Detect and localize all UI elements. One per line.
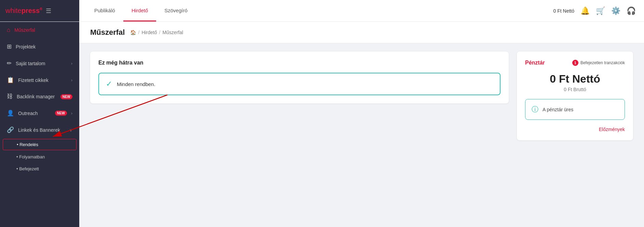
right-panel: Pénztár 1 Befejezetlen tranzakciók 0 Ft … — [517, 52, 633, 219]
breadcrumb: 🏠 / Hirdető / Műszerfal — [130, 30, 183, 35]
logo-text: whitepress® — [5, 7, 42, 15]
page-title: Műszerfal — [90, 28, 125, 37]
tab-szovegiro[interactable]: Szövegíró — [156, 0, 196, 22]
status-text: Minden rendben. — [117, 81, 155, 87]
sidebar-item-muszerfal[interactable]: ⌂ Műszerfal — [0, 22, 79, 38]
home-icon: ⌂ — [7, 27, 10, 33]
chevron-icon-3: › — [71, 111, 72, 116]
settings-icon[interactable]: ⚙️ — [611, 6, 620, 15]
penztar-header: Pénztár 1 Befejezetlen tranzakciók — [525, 60, 625, 66]
sidebar: ⌂ Műszerfal ⊞ Projektek ✏ Saját tartalom… — [0, 22, 79, 227]
document-icon: 📋 — [7, 76, 14, 84]
edit-icon: ✏ — [7, 60, 12, 67]
check-circle-icon: ✓ — [106, 80, 112, 88]
chevron-icon-2: › — [71, 78, 72, 83]
status-box: ✓ Minden rendben. — [98, 73, 501, 95]
todo-card-title: Ez még hátra van — [98, 60, 501, 66]
penztar-title: Pénztár — [525, 60, 545, 66]
sidebar-subitem-befejezett[interactable]: • Befejezett — [0, 163, 79, 175]
nav-tabs: Publikáló Hirdető Szövegíró — [79, 0, 553, 22]
penztar-card: Pénztár 1 Befejezetlen tranzakciók 0 Ft … — [517, 52, 633, 140]
incomplete-count: 1 — [572, 60, 578, 66]
sidebar-label-fizetett-cikkek: Fizetett cikkek — [18, 77, 67, 83]
tab-hirdeto[interactable]: Hirdető — [123, 0, 156, 22]
inner-content: Ez még hátra van ✓ Minden rendben. Pénzt… — [79, 43, 644, 227]
breadcrumb-sep-1: / — [138, 30, 139, 35]
sidebar-label-backlink-manager: Backlink manager — [17, 94, 55, 99]
outreach-icon: 👤 — [7, 110, 14, 117]
amount-main: 0 Ft Nettó — [525, 73, 625, 85]
info-icon: ⓘ — [532, 105, 538, 114]
balance-display: 0 Ft Nettó — [553, 8, 574, 14]
todo-card: Ez még hátra van ✓ Minden rendben. — [90, 52, 509, 103]
badge-new-outreach: NEW — [55, 111, 67, 116]
incomplete-label: Befejezetlen tranzakciók — [580, 60, 625, 65]
breadcrumb-sep-2: / — [159, 30, 161, 35]
subitem-label-rendeles: • Rendelés — [17, 142, 38, 147]
sidebar-label-projektek: Projektek — [16, 44, 72, 49]
main-layout: ⌂ Műszerfal ⊞ Projektek ✏ Saját tartalom… — [0, 22, 644, 227]
subitem-label-befejezett: • Befejezett — [16, 166, 39, 171]
hamburger-icon[interactable]: ☰ — [46, 7, 51, 15]
history-link[interactable]: Előzmények — [525, 127, 625, 132]
info-box: ⓘ A pénztár üres — [525, 99, 625, 120]
breadcrumb-home-icon: 🏠 — [130, 30, 136, 35]
chevron-icon: › — [71, 61, 72, 66]
amount-sub: 0 Ft Bruttó — [525, 87, 625, 92]
link-icon: ⛓ — [7, 93, 13, 100]
badge-new-backlink: NEW — [60, 94, 72, 99]
sidebar-item-sajat-tartalom[interactable]: ✏ Saját tartalom › — [0, 55, 79, 72]
sidebar-item-projektek[interactable]: ⊞ Projektek — [0, 38, 79, 55]
sidebar-item-outreach[interactable]: 👤 Outreach NEW › — [0, 105, 79, 122]
links-icon: 🔗 — [7, 126, 14, 133]
sidebar-subitem-folyamatban[interactable]: • Folyamatban — [0, 151, 79, 163]
tab-publikaló[interactable]: Publikáló — [86, 0, 123, 22]
subitem-label-folyamatban: • Folyamatban — [16, 154, 45, 159]
nav-right: 0 Ft Nettó 🔔 🛒 ⚙️ 🎧 — [553, 6, 644, 15]
breadcrumb-hirdeto: Hirdető — [141, 30, 157, 35]
chevron-down-icon: ∨ — [69, 128, 72, 132]
incomplete-transactions: 1 Befejezetlen tranzakciók — [572, 60, 625, 66]
sidebar-label-muszerfal: Műszerfal — [14, 27, 72, 33]
logo-area: whitepress® ☰ — [0, 0, 79, 22]
headset-icon[interactable]: 🎧 — [627, 6, 636, 15]
logo-reg: ® — [40, 7, 42, 11]
content-area: Műszerfal 🏠 / Hirdető / Műszerfal Ez még… — [79, 22, 644, 227]
sidebar-subitem-rendeles[interactable]: • Rendelés — [3, 139, 77, 150]
page-header: Műszerfal 🏠 / Hirdető / Műszerfal — [79, 22, 644, 43]
notification-icon[interactable]: 🔔 — [580, 6, 590, 15]
sidebar-item-backlink-manager[interactable]: ⛓ Backlink manager NEW — [0, 88, 79, 105]
sidebar-label-linkek-bannerek: Linkek és Bannerek — [18, 127, 65, 133]
sidebar-item-linkek-bannerek[interactable]: 🔗 Linkek és Bannerek ∨ — [0, 122, 79, 138]
info-text: A pénztár üres — [543, 107, 573, 112]
sidebar-item-fizetett-cikkek[interactable]: 📋 Fizetett cikkek › — [0, 72, 79, 88]
sidebar-label-sajat-tartalom: Saját tartalom — [16, 61, 67, 66]
top-navigation: whitepress® ☰ Publikáló Hirdető Szövegír… — [0, 0, 644, 22]
left-panel: Ez még hátra van ✓ Minden rendben. — [90, 52, 509, 219]
cart-icon[interactable]: 🛒 — [596, 6, 605, 15]
sidebar-label-outreach: Outreach — [18, 111, 50, 116]
breadcrumb-muszerfal: Műszerfal — [162, 30, 183, 35]
list-icon: ⊞ — [7, 43, 12, 50]
